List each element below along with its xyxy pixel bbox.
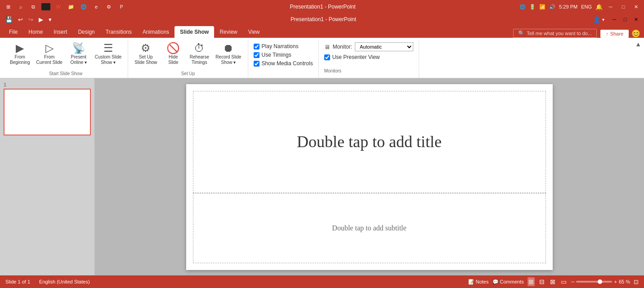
record-slideshow-button[interactable]: ⏺ Record SlideShow ▾ xyxy=(213,41,244,67)
reading-view-button[interactable]: ⊠ xyxy=(549,277,556,286)
set-up-icon: ⚙ xyxy=(141,43,151,54)
slide-title-area[interactable]: Double tap to add title xyxy=(193,91,546,193)
statusbar: Slide 1 of 1 English (United States) 📝 N… xyxy=(0,275,644,288)
ribbon-minimize[interactable]: ─ xyxy=(610,15,619,24)
present-button[interactable]: ▶ xyxy=(37,15,45,24)
tab-design[interactable]: Design xyxy=(72,26,100,38)
lang-display: ENG xyxy=(581,4,592,9)
settings-icon[interactable]: ⚙ xyxy=(104,3,113,10)
comments-icon: 💬 xyxy=(492,279,499,285)
zoom-control[interactable]: ─ + 65 % xyxy=(571,279,630,284)
volume-icon: 🔊 xyxy=(549,4,555,10)
custom-show-button[interactable]: ☰ Custom SlideShow ▾ xyxy=(92,41,124,67)
present-online-button[interactable]: 📡 PresentOnline ▾ xyxy=(66,41,91,67)
rehearse-icon: ⏱ xyxy=(194,43,205,54)
slide-canvas[interactable]: Double tap to add title Double tap to ad… xyxy=(186,84,553,270)
qat-customize-button[interactable]: ▾ xyxy=(47,15,54,24)
quick-access-toolbar: 💾 ↩ ↪ ▶ ▾ Presentation1 - PowerPoint 👤 ▾… xyxy=(0,14,644,25)
use-timings-checkbox[interactable] xyxy=(254,52,259,58)
save-button[interactable]: 💾 xyxy=(4,15,14,24)
hide-slide-label: HideSlide xyxy=(168,54,178,65)
use-presenter-label: Use Presenter View xyxy=(332,54,380,60)
ribbon-tabs: File Home Insert Design Transitions Anim… xyxy=(0,25,644,38)
zoom-in-icon[interactable]: + xyxy=(614,279,617,284)
show-media-checkbox[interactable] xyxy=(254,61,259,67)
presenter-view-button[interactable]: ▭ xyxy=(560,277,568,286)
play-narrations-checkbox[interactable] xyxy=(254,44,259,50)
redo-button[interactable]: ↪ xyxy=(27,15,35,24)
account-icon[interactable]: 👤 xyxy=(593,16,600,23)
search-icon[interactable]: ⌕ xyxy=(16,3,25,10)
slide-subtitle-area[interactable]: Double tap to add subtitle xyxy=(193,193,546,263)
taskbar-icon-1[interactable] xyxy=(41,3,50,10)
dropdown-toggle[interactable]: ▾ xyxy=(602,17,604,22)
search-placeholder: Tell me what you want to do... xyxy=(527,31,592,36)
explorer-icon[interactable]: 📁 xyxy=(67,3,76,10)
zoom-out-icon[interactable]: ─ xyxy=(571,279,575,284)
network-icon: 🌐 xyxy=(519,4,526,10)
tab-transitions[interactable]: Transitions xyxy=(100,26,137,38)
minimize-button[interactable]: ─ xyxy=(606,2,615,11)
share-label: Share xyxy=(610,31,623,36)
comments-button[interactable]: 💬 Comments xyxy=(492,279,524,285)
monitor-select[interactable]: Automatic xyxy=(355,42,413,51)
statusbar-left: Slide 1 of 1 English (United States) xyxy=(5,279,90,284)
zoom-thumb xyxy=(598,279,602,284)
main-layout: 1 Double tap to add title Double tap to … xyxy=(0,78,644,275)
emoji-button[interactable]: 😊 xyxy=(631,29,640,38)
notes-button[interactable]: 📝 Notes xyxy=(468,279,489,285)
start-icon[interactable]: ⊞ xyxy=(4,3,13,10)
ribbon-collapse-button[interactable]: ▲ xyxy=(635,40,641,48)
use-presenter-row[interactable]: Use Presenter View xyxy=(324,54,413,60)
tab-review[interactable]: Review xyxy=(214,26,242,38)
slide-subtitle-text: Double tap to add subtitle xyxy=(332,224,406,232)
set-up-slideshow-button[interactable]: ⚙ Set UpSlide Show xyxy=(132,41,160,67)
edge-icon[interactable]: e xyxy=(92,3,101,10)
ribbon-search-box[interactable]: 🔍 Tell me what you want to do... xyxy=(513,29,597,38)
close-button[interactable]: ✕ xyxy=(631,2,640,11)
zoom-level: 65 % xyxy=(619,279,630,284)
tab-slideshow[interactable]: Slide Show xyxy=(174,26,214,38)
ribbon-group-setup: ⚙ Set UpSlide Show 🚫 HideSlide ⏱ Rehears… xyxy=(128,40,248,78)
monitor-label: Monitor: xyxy=(333,44,352,50)
normal-view-button[interactable]: ⊞ xyxy=(528,277,535,286)
rehearse-label: RehearseTimings xyxy=(190,54,209,65)
slide-sorter-button[interactable]: ⊟ xyxy=(538,277,546,286)
fit-page-button[interactable]: ⊡ xyxy=(634,279,639,285)
from-current-label: FromCurrent Slide xyxy=(36,54,62,65)
document-title: Presentation1 - PowerPoint xyxy=(55,16,591,22)
setup-label-bottom: Set Up xyxy=(132,70,244,78)
use-timings-row[interactable]: Use Timings xyxy=(254,52,313,58)
maximize-button[interactable]: □ xyxy=(619,2,628,11)
slide-item-1[interactable]: 1 xyxy=(4,82,91,135)
undo-button[interactable]: ↩ xyxy=(16,15,25,24)
tab-view[interactable]: View xyxy=(243,26,265,38)
hide-slide-icon: 🚫 xyxy=(166,43,180,54)
chrome-icon[interactable]: 🌐 xyxy=(79,3,88,10)
notes-label: Notes xyxy=(476,279,489,284)
rehearse-timings-button[interactable]: ⏱ RehearseTimings xyxy=(187,41,212,67)
comments-label: Comments xyxy=(500,279,524,284)
play-narrations-row[interactable]: Play Narrations xyxy=(254,43,313,50)
taskview-icon[interactable]: ⧉ xyxy=(29,3,38,10)
tab-file[interactable]: File xyxy=(4,26,23,38)
zoom-track[interactable] xyxy=(576,281,612,283)
present-online-label: PresentOnline ▾ xyxy=(71,54,87,65)
ribbon-close[interactable]: ✕ xyxy=(631,15,640,24)
show-media-label: Show Media Controls xyxy=(262,60,313,67)
share-button[interactable]: ↑ Share xyxy=(600,30,629,38)
tab-insert[interactable]: Insert xyxy=(48,26,72,38)
from-beginning-button[interactable]: ▶ FromBeginning xyxy=(7,41,32,67)
show-media-row[interactable]: Show Media Controls xyxy=(254,60,313,67)
notification-icon[interactable]: 🔔 xyxy=(595,4,603,10)
tab-animations[interactable]: Animations xyxy=(137,26,174,38)
powerpoint-icon[interactable]: P xyxy=(117,3,126,10)
use-presenter-checkbox[interactable] xyxy=(324,54,330,60)
hide-slide-button[interactable]: 🚫 HideSlide xyxy=(161,41,186,67)
office-icon[interactable]: W xyxy=(54,3,63,10)
tab-home[interactable]: Home xyxy=(23,26,48,38)
ribbon-restore[interactable]: □ xyxy=(621,15,630,24)
from-current-slide-button[interactable]: ▷ FromCurrent Slide xyxy=(33,41,65,67)
start-slideshow-group-label: Start Slide Show xyxy=(7,70,124,78)
slide-thumbnail-1[interactable] xyxy=(4,89,91,135)
